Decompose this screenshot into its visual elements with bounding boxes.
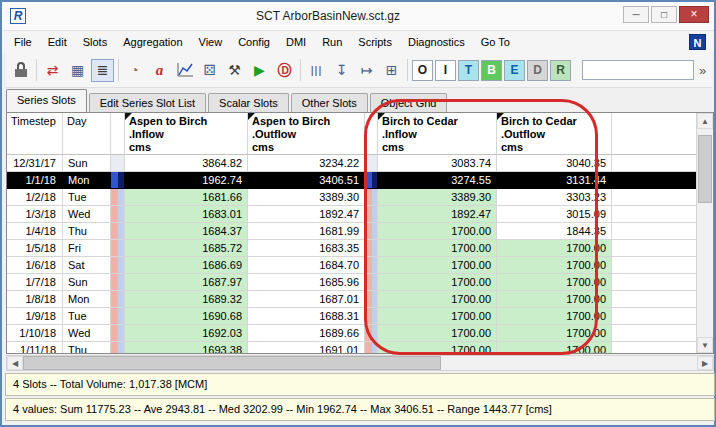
value-cell[interactable]: 1700.00: [497, 325, 612, 342]
column-header-birch-outflow[interactable]: Birch to Cedar .Outflow cms: [497, 113, 612, 155]
timestep-cell[interactable]: 1/6/18: [7, 257, 63, 274]
value-cell[interactable]: 1683.35: [248, 240, 365, 257]
menu-go-to[interactable]: Go To: [473, 33, 518, 51]
flag-strip[interactable]: [111, 223, 125, 240]
timestep-cell[interactable]: 1/5/18: [7, 240, 63, 257]
flag-strip[interactable]: [365, 308, 378, 325]
flag-strip[interactable]: [365, 172, 378, 189]
menu-run[interactable]: Run: [314, 33, 350, 51]
column-header-aspen-inflow[interactable]: Aspen to Birch .Inflow cms: [125, 113, 248, 155]
lock-button[interactable]: [9, 59, 32, 82]
value-cell[interactable]: 1700.00: [497, 291, 612, 308]
menu-aggregation[interactable]: Aggregation: [115, 33, 190, 51]
dice-button[interactable]: ⚄: [198, 59, 221, 82]
timestep-cell[interactable]: 1/7/18: [7, 274, 63, 291]
value-cell[interactable]: 1683.01: [125, 206, 248, 223]
timestep-cell[interactable]: 1/4/18: [7, 223, 63, 240]
value-cell[interactable]: 1700.00: [497, 257, 612, 274]
slot-grid-button[interactable]: ▦: [66, 59, 89, 82]
day-cell[interactable]: Sun: [63, 155, 111, 172]
flag-strip[interactable]: [365, 223, 378, 240]
run-button[interactable]: ▶: [248, 59, 271, 82]
value-cell[interactable]: 1688.31: [248, 308, 365, 325]
table-row[interactable]: 1/3/18Wed1683.011892.471892.473015.09: [7, 206, 696, 223]
tab-scalar-slots[interactable]: Scalar Slots: [208, 93, 289, 112]
value-cell[interactable]: 3083.74: [378, 155, 497, 172]
day-cell[interactable]: Thu: [63, 342, 111, 353]
menu-file[interactable]: File: [6, 33, 40, 51]
flag-strip[interactable]: [111, 172, 125, 189]
table-row[interactable]: 1/1/18Mon1962.743406.513274.553131.44: [7, 172, 696, 189]
value-cell[interactable]: 1685.72: [125, 240, 248, 257]
menu-view[interactable]: View: [191, 33, 231, 51]
value-cell[interactable]: 1692.03: [125, 325, 248, 342]
value-cell[interactable]: 1700.00: [497, 308, 612, 325]
list-view-button[interactable]: ≣: [91, 59, 114, 82]
value-cell[interactable]: 1700.00: [378, 291, 497, 308]
gauge-button[interactable]: ◔: [123, 59, 146, 82]
value-cell[interactable]: 1700.00: [378, 342, 497, 353]
value-cell[interactable]: 3131.44: [497, 172, 612, 189]
value-cell[interactable]: 3406.51: [248, 172, 365, 189]
day-cell[interactable]: Tue: [63, 308, 111, 325]
value-cell[interactable]: 3274.55: [378, 172, 497, 189]
menu-diagnostics[interactable]: Diagnostics: [400, 33, 473, 51]
horizontal-scroll-thumb[interactable]: [23, 356, 441, 370]
timestep-cell[interactable]: 12/31/17: [7, 155, 63, 172]
flag-strip[interactable]: [365, 342, 378, 353]
flag-strip[interactable]: [111, 257, 125, 274]
diagnostics-button[interactable]: Ⓓ: [273, 59, 296, 82]
value-cell[interactable]: 3234.22: [248, 155, 365, 172]
menu-config[interactable]: Config: [230, 33, 278, 51]
day-cell[interactable]: Thu: [63, 223, 111, 240]
timestep-cell[interactable]: 1/2/18: [7, 189, 63, 206]
value-cell[interactable]: 1685.96: [248, 274, 365, 291]
vertical-scroll-track[interactable]: [697, 129, 713, 337]
value-cell[interactable]: 1686.69: [125, 257, 248, 274]
flag-strip[interactable]: [365, 206, 378, 223]
table-row[interactable]: 1/11/18Thu1693.381691.011700.001700.00: [7, 342, 696, 353]
flag-strip[interactable]: [365, 189, 378, 206]
value-cell[interactable]: 1693.38: [125, 342, 248, 353]
flag-strip[interactable]: [111, 308, 125, 325]
day-cell[interactable]: Sun: [63, 274, 111, 291]
value-cell[interactable]: 1700.00: [497, 342, 612, 353]
flag-strip[interactable]: [111, 206, 125, 223]
menu-scripts[interactable]: Scripts: [350, 33, 400, 51]
value-cell[interactable]: 1681.99: [248, 223, 365, 240]
flag-strip[interactable]: [365, 155, 378, 172]
value-cell[interactable]: 1687.97: [125, 274, 248, 291]
value-cell[interactable]: 1684.37: [125, 223, 248, 240]
scroll-down-arrow[interactable]: ▼: [697, 337, 713, 353]
flag-strip[interactable]: [111, 189, 125, 206]
tab-series-slots[interactable]: Series Slots: [6, 89, 87, 112]
value-cell[interactable]: 1700.00: [378, 223, 497, 240]
flag-strip[interactable]: [111, 342, 125, 353]
timestep-cell[interactable]: 1/3/18: [7, 206, 63, 223]
timestep-cell[interactable]: 1/8/18: [7, 291, 63, 308]
value-cell[interactable]: 1681.66: [125, 189, 248, 206]
column-header-aspen-outflow[interactable]: Aspen to Birch .Outflow cms: [248, 113, 365, 155]
horizontal-scrollbar[interactable]: ◀ ▶: [6, 355, 714, 371]
minimize-button[interactable]: ─: [623, 6, 649, 23]
value-cell[interactable]: 1700.00: [378, 308, 497, 325]
day-cell[interactable]: Wed: [63, 206, 111, 223]
search-input[interactable]: [582, 60, 694, 80]
day-cell[interactable]: Fri: [63, 240, 111, 257]
value-cell[interactable]: 3389.30: [378, 189, 497, 206]
tools-button[interactable]: ⚒: [223, 59, 246, 82]
menu-edit[interactable]: Edit: [40, 33, 75, 51]
value-cell[interactable]: 1691.01: [248, 342, 365, 353]
import-button[interactable]: ↧: [330, 59, 353, 82]
flag-button-e[interactable]: E: [504, 60, 525, 81]
title-bar[interactable]: R SCT ArborBasinNew.sct.gz ─ □ ×: [2, 2, 714, 31]
timestep-cell[interactable]: 1/1/18: [7, 172, 63, 189]
value-cell[interactable]: 1962.74: [125, 172, 248, 189]
value-cell[interactable]: 3015.09: [497, 206, 612, 223]
swap-slots-button[interactable]: ⇄: [41, 59, 64, 82]
overflow-chevron[interactable]: »: [699, 63, 706, 78]
timestep-cell[interactable]: 1/10/18: [7, 325, 63, 342]
scroll-right-arrow[interactable]: ▶: [697, 356, 713, 370]
flag-button-r[interactable]: R: [550, 60, 571, 81]
horizontal-scroll-track[interactable]: [23, 356, 697, 370]
